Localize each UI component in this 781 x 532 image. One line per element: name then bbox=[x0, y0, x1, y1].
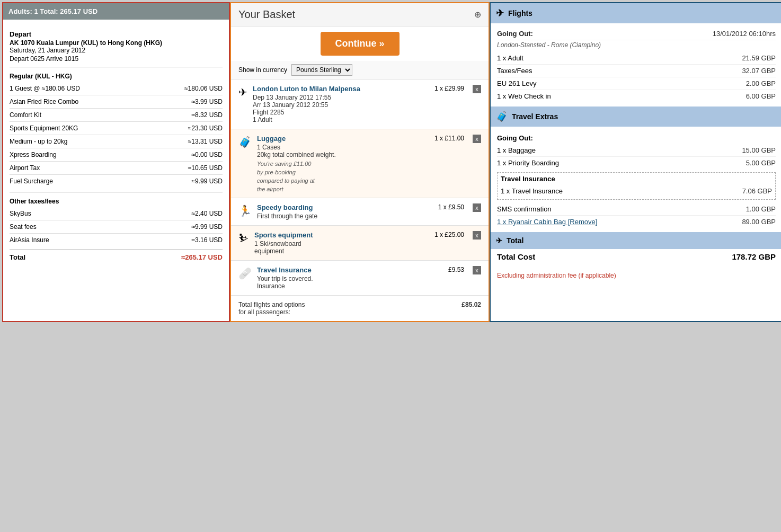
item-close-button[interactable]: x bbox=[473, 85, 481, 93]
basket-items: ✈ London Luton to Milan Malpensa Dep 13 … bbox=[231, 79, 489, 296]
total-cost-row: Total Cost 178.72 GBP bbox=[491, 249, 781, 264]
currency-row: Show in currency Pounds Sterling bbox=[231, 61, 489, 79]
item-italic-line: by pre-booking bbox=[257, 169, 429, 175]
basket-item-header: ✈ London Luton to Milan Malpensa Dep 13 … bbox=[238, 85, 481, 123]
basket-item-header: 🩹 Travel Insurance Your trip is covered.… bbox=[238, 266, 481, 290]
flight-date: Saturday, 21 January 2012 bbox=[10, 47, 223, 54]
item-price: 1 x £25.00 bbox=[434, 231, 464, 238]
item-close-button[interactable]: x bbox=[473, 231, 481, 240]
continue-button[interactable]: Continue » bbox=[321, 32, 400, 56]
right-extras-row: 1 x Baggage15.00 GBP bbox=[497, 144, 776, 157]
price-label: Comfort Kit bbox=[10, 111, 41, 119]
item-close-button[interactable]: x bbox=[473, 266, 481, 274]
right-flight-row: 1 x Adult21.59 GBP bbox=[497, 52, 776, 65]
row-value: 2.00 GBP bbox=[746, 79, 776, 87]
currency-select[interactable]: Pounds Sterling bbox=[291, 64, 352, 76]
price-label: Sports Equipment 20KG bbox=[10, 125, 78, 132]
item-title: Speedy boarding bbox=[257, 203, 433, 211]
cabin-label[interactable]: 1 x Ryanair Cabin Bag [Remove] bbox=[497, 218, 597, 226]
item-icon: 🩹 bbox=[238, 267, 252, 280]
insurance-section: Travel Insurance 1 x Travel Insurance7.0… bbox=[497, 172, 776, 200]
row-value: 15.00 GBP bbox=[742, 146, 776, 154]
item-line: First through the gate bbox=[257, 212, 433, 220]
admin-note: Excluding administration fee (if applica… bbox=[497, 269, 776, 282]
left-panel: Adults: 1 Total: 265.17 USD Depart AK 10… bbox=[2, 2, 230, 322]
insurance-header: Travel Insurance bbox=[501, 175, 772, 183]
basket-item: 🩹 Travel Insurance Your trip is covered.… bbox=[231, 261, 489, 296]
item-close-button[interactable]: x bbox=[473, 135, 481, 143]
right-insurance-row: 1 x Travel Insurance7.06 GBP bbox=[501, 185, 772, 197]
cabin-row: 1 x Ryanair Cabin Bag [Remove] 89.00 GBP bbox=[497, 216, 776, 228]
item-line: Your trip is covered. bbox=[257, 275, 443, 282]
flights-header-label: Flights bbox=[508, 9, 532, 17]
left-header: Adults: 1 Total: 265.17 USD bbox=[3, 3, 229, 20]
item-price: 1 x £9.50 bbox=[438, 203, 464, 211]
row-value: 5.00 GBP bbox=[746, 159, 776, 167]
currency-label: Show in currency bbox=[238, 66, 287, 74]
price-label: AirAsia Insure bbox=[10, 236, 49, 244]
price-rows: 1 Guest @ ≈180.06 USD≈180.06 USDAsian Fr… bbox=[10, 82, 223, 188]
item-icon: ✈ bbox=[238, 86, 247, 99]
flight-times: Depart 0625 Arrive 1015 bbox=[10, 55, 223, 63]
price-row: Sports Equipment 20KG≈23.30 USD bbox=[10, 122, 223, 135]
basket-header: Your Basket ⊕ bbox=[231, 3, 489, 26]
row-label: EU 261 Levy bbox=[497, 79, 536, 87]
item-desc: 1 Cases20kg total combined weight.You're… bbox=[257, 144, 429, 192]
item-price: 1 x £11.00 bbox=[434, 135, 464, 142]
other-price-row: AirAsia Insure≈3.16 USD bbox=[10, 234, 223, 246]
price-value: ≈0.00 USD bbox=[191, 151, 223, 158]
item-content: Travel Insurance Your trip is covered.In… bbox=[257, 266, 443, 290]
price-label: Seat fees bbox=[10, 223, 37, 230]
left-body: Depart AK 1070 Kuala Lumpur (KUL) to Hon… bbox=[3, 20, 229, 270]
item-line: Flight 2285 bbox=[253, 109, 429, 116]
item-title: Sports equipment bbox=[254, 231, 429, 239]
sms-row: SMS confirmation 1.00 GBP bbox=[497, 203, 776, 216]
total-section-header: ✈ Total bbox=[491, 232, 781, 249]
price-label: Xpress Boarding bbox=[10, 151, 57, 158]
price-row: Comfort Kit≈8.32 USD bbox=[10, 109, 223, 122]
item-content: Speedy boarding First through the gate bbox=[257, 203, 433, 220]
item-content: Luggage 1 Cases20kg total combined weigh… bbox=[257, 135, 429, 192]
item-price: 1 x £29.99 bbox=[434, 85, 464, 92]
class-label: Regular (KUL - HKG) bbox=[10, 73, 223, 80]
right-extras-row: 1 x Priority Boarding5.00 GBP bbox=[497, 157, 776, 169]
row-label: 1 x Travel Insurance bbox=[501, 187, 563, 195]
basket-title: Your Basket bbox=[238, 8, 295, 21]
item-price: £9.53 bbox=[448, 266, 464, 273]
basket-total-value: £85.02 bbox=[462, 301, 481, 316]
item-title: London Luton to Milan Malpensa bbox=[253, 85, 429, 93]
right-flights-body: Going Out: 13/01/2012 06:10hrs London-St… bbox=[491, 23, 781, 107]
other-taxes-label: Other taxes/fees bbox=[10, 198, 223, 205]
item-title: Luggage bbox=[257, 135, 429, 143]
price-value: ≈3.99 USD bbox=[191, 98, 223, 105]
price-row: Xpress Boarding≈0.00 USD bbox=[10, 148, 223, 162]
right-flight-row: Taxes/Fees32.07 GBP bbox=[497, 65, 776, 77]
price-value: ≈23.30 USD bbox=[188, 125, 223, 132]
route-label: London-Stansted - Rome (Ciampino) bbox=[497, 40, 776, 52]
total-row: Total ≈265.17 USD bbox=[10, 250, 223, 264]
row-value: 7.06 GBP bbox=[742, 187, 772, 195]
total-cost-value: 178.72 GBP bbox=[732, 252, 776, 261]
right-extras-body: Going Out: 1 x Baggage15.00 GBP1 x Prior… bbox=[491, 127, 781, 232]
price-label: Medium - up to 20kg bbox=[10, 138, 67, 145]
row-label: 1 x Web Check in bbox=[497, 92, 551, 100]
item-desc: Dep 13 January 2012 17:55Arr 13 January … bbox=[253, 94, 429, 123]
right-flight-rows: 1 x Adult21.59 GBPTaxes/Fees32.07 GBPEU … bbox=[497, 52, 776, 102]
price-value: ≈9.99 USD bbox=[191, 178, 223, 185]
right-extras-rows: 1 x Baggage15.00 GBP1 x Priority Boardin… bbox=[497, 144, 776, 169]
price-row: Fuel Surcharge≈9.99 USD bbox=[10, 175, 223, 188]
middle-panel: Your Basket ⊕ Continue » Show in currenc… bbox=[230, 2, 490, 322]
basket-total: Total flights and options for all passen… bbox=[231, 296, 489, 321]
price-label: 1 Guest @ ≈180.06 USD bbox=[10, 85, 80, 92]
item-content: Sports equipment 1 Ski/snowboardequipmen… bbox=[254, 231, 429, 255]
price-value: ≈10.65 USD bbox=[188, 164, 223, 172]
total-label: Total bbox=[10, 253, 25, 261]
item-close-button[interactable]: x bbox=[473, 203, 481, 212]
basket-item: ✈ London Luton to Milan Malpensa Dep 13 … bbox=[231, 79, 489, 129]
item-title: Travel Insurance bbox=[257, 266, 443, 274]
right-flight-row: EU 261 Levy2.00 GBP bbox=[497, 77, 776, 90]
item-italic-line: You're saving £11.00 bbox=[257, 161, 429, 167]
admin-note-body: Excluding administration fee (if applica… bbox=[491, 264, 781, 287]
row-label: 1 x Baggage bbox=[497, 146, 536, 154]
price-value: ≈3.16 USD bbox=[191, 236, 223, 244]
